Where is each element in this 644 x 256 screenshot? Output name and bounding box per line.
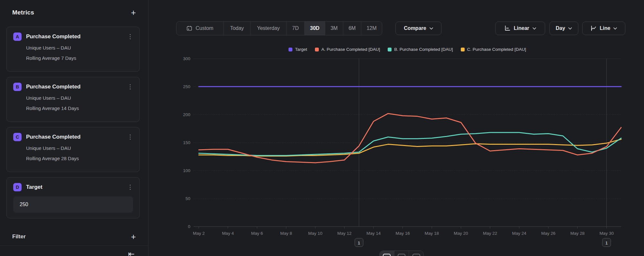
range-30d[interactable]: 30D — [305, 22, 325, 35]
chart-view-icon — [383, 254, 391, 256]
annotation-badge-label: 1 — [358, 241, 360, 245]
scale-button[interactable]: Linear — [495, 22, 545, 35]
y-axis-tick-label: 50 — [185, 196, 190, 201]
chart-type-button[interactable]: Line — [582, 22, 625, 35]
y-axis-tick-label: 100 — [183, 168, 190, 173]
metric-name: Purchase Completed — [26, 84, 123, 90]
metric-card-b[interactable]: B Purchase Completed ⋮ Unique Users – DA… — [6, 77, 140, 122]
more-options-icon[interactable]: ⋮ — [127, 83, 133, 90]
x-axis-tick-label: May 8 — [280, 231, 292, 236]
x-axis-tick-label: May 30 — [600, 231, 614, 236]
metric-card-c[interactable]: C Purchase Completed ⋮ Unique Users – DA… — [6, 127, 140, 172]
line-chart-plot[interactable]: 050100150200250300May 2May 4May 6May 8Ma… — [148, 42, 644, 256]
more-options-icon[interactable]: ⋮ — [127, 184, 133, 191]
range-label: Today — [230, 25, 244, 31]
y-axis-tick-label: 250 — [183, 84, 190, 89]
metric-letter-chip: B — [13, 83, 22, 91]
range-label: 7D — [292, 25, 298, 31]
calendar-icon — [186, 25, 192, 31]
range-label: 6M — [348, 25, 355, 31]
chevron-down-icon — [613, 27, 617, 30]
range-7d[interactable]: 7D — [287, 22, 305, 35]
table-view-icon — [398, 254, 405, 256]
metric-name: Purchase Completed — [26, 134, 123, 140]
filter-header: Filter + — [12, 233, 136, 240]
target-card-header: D Target ⋮ — [13, 183, 133, 191]
target-value-input[interactable] — [13, 197, 133, 213]
x-axis-tick-label: May 4 — [222, 231, 234, 236]
x-axis-tick-label: May 26 — [541, 231, 555, 236]
chevron-down-icon — [533, 27, 536, 30]
chart-view-switcher — [379, 251, 424, 256]
range-label: Custom — [195, 25, 213, 31]
scale-label: Linear — [514, 25, 529, 31]
metric-transform: Rolling Average 28 Days — [26, 156, 133, 161]
range-label: 3M — [330, 25, 337, 31]
x-axis-tick-label: May 16 — [395, 231, 410, 236]
x-axis-tick-label: May 2 — [193, 231, 205, 236]
range-custom[interactable]: Custom — [176, 22, 224, 35]
line-chart-icon — [591, 25, 597, 31]
y-axis-tick-label: 150 — [183, 140, 190, 145]
metrics-header: Metrics + — [12, 9, 136, 16]
metrics-dashboard: Metrics + A Purchase Completed ⋮ Unique … — [0, 0, 644, 256]
y-axis-tick-label: 300 — [183, 56, 190, 61]
metric-card-a-header: A Purchase Completed ⋮ — [13, 32, 133, 41]
x-axis-tick-label: May 12 — [337, 231, 351, 236]
metric-measure: Unique Users – DAU — [26, 95, 133, 101]
metric-card-b-header: B Purchase Completed ⋮ — [13, 83, 133, 91]
x-axis-tick-label: May 6 — [251, 231, 263, 236]
x-axis-tick-label: May 22 — [483, 231, 497, 236]
target-name: Target — [26, 184, 123, 190]
range-yesterday[interactable]: Yesterday — [251, 22, 287, 35]
metric-transform: Rolling Average 7 Days — [26, 55, 133, 61]
x-axis-tick-label: May 28 — [570, 231, 584, 236]
chevron-down-icon — [568, 27, 572, 30]
x-axis-tick-label: May 20 — [454, 231, 468, 236]
target-card[interactable]: D Target ⋮ — [6, 177, 140, 218]
view-table-button[interactable] — [394, 251, 409, 256]
metric-letter-chip: A — [13, 32, 22, 41]
metric-name: Purchase Completed — [26, 33, 123, 40]
interval-button[interactable]: Day — [549, 22, 578, 35]
compare-label: Compare — [404, 25, 426, 31]
filter-title: Filter — [12, 233, 26, 240]
compare-button[interactable]: Compare — [395, 22, 441, 35]
range-6m[interactable]: 6M — [343, 22, 361, 35]
range-label: 30D — [310, 25, 319, 31]
more-options-icon[interactable]: ⋮ — [127, 133, 133, 141]
annotation-badge-label: 1 — [605, 241, 608, 245]
collapse-sidebar-icon[interactable]: ⇤ — [128, 250, 135, 256]
add-filter-button[interactable]: + — [131, 233, 136, 240]
details-view-icon — [412, 254, 420, 256]
view-details-button[interactable] — [409, 251, 423, 256]
metric-measure: Unique Users – DAU — [26, 145, 133, 151]
x-axis-tick-label: May 10 — [308, 231, 322, 236]
more-options-icon[interactable]: ⋮ — [127, 33, 133, 40]
metrics-title: Metrics — [12, 9, 34, 16]
chart-type-label: Line — [600, 25, 611, 31]
metric-card-a[interactable]: A Purchase Completed ⋮ Unique Users – DA… — [6, 27, 140, 72]
metrics-sidebar: Metrics + A Purchase Completed ⋮ Unique … — [0, 0, 148, 256]
interval-label: Day — [556, 25, 565, 31]
metric-transform: Rolling Average 14 Days — [26, 105, 133, 111]
series-line-metric — [199, 139, 621, 156]
range-label: 12M — [366, 25, 376, 31]
sidebar-divider — [0, 245, 148, 246]
y-axis-tick-label: 200 — [183, 112, 190, 117]
metric-card-c-header: C Purchase Completed ⋮ — [13, 133, 133, 141]
metric-measure: Unique Users – DAU — [26, 45, 133, 50]
metric-letter-chip: C — [13, 133, 22, 141]
linear-scale-icon — [504, 25, 510, 31]
range-today[interactable]: Today — [224, 22, 251, 35]
metric-letter-chip: D — [13, 183, 22, 191]
range-12m[interactable]: 12M — [361, 22, 382, 35]
x-axis-tick-label: May 14 — [366, 231, 381, 236]
range-3m[interactable]: 3M — [325, 22, 343, 35]
y-axis-tick-label: 0 — [188, 224, 190, 229]
series-line-metric — [199, 133, 621, 155]
chevron-down-icon — [430, 27, 433, 30]
add-metric-button[interactable]: + — [131, 9, 136, 16]
date-range-control: Custom Today Yesterday 7D 30D 3M 6M 12M — [176, 21, 382, 35]
view-chart-button[interactable] — [380, 251, 394, 256]
